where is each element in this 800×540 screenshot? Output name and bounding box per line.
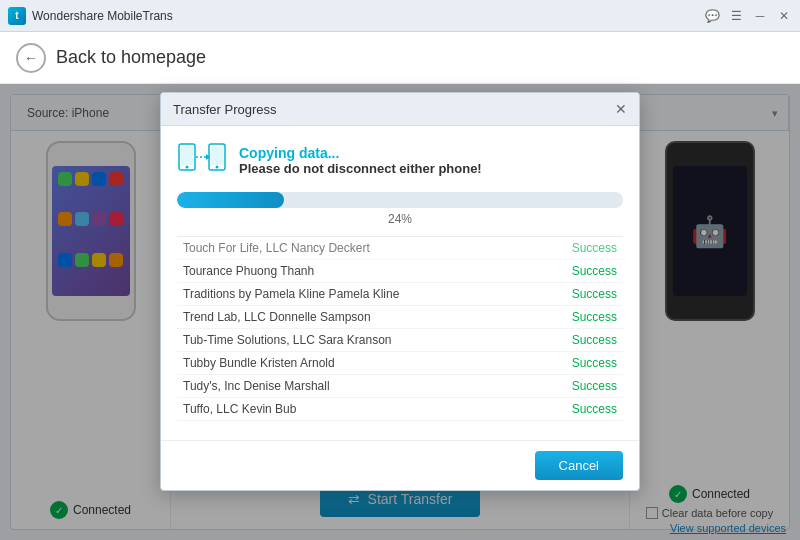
contact-name: Tudy's, Inc Denise Marshall [183, 379, 330, 393]
list-item: Tourance Phuong ThanhSuccess [177, 260, 623, 283]
chat-icon[interactable]: 💬 [704, 8, 720, 24]
contact-name: Tubby Bundle Kristen Arnold [183, 356, 335, 370]
svg-point-7 [216, 166, 219, 169]
list-item: Touch For Life, LLC Nancy DeckertSuccess [177, 237, 623, 260]
status-badge: Success [572, 287, 617, 301]
titlebar-left: t Wondershare MobileTrans [8, 7, 173, 25]
copying-header: Copying data... Please do not disconnect… [177, 140, 623, 180]
status-badge: Success [572, 241, 617, 255]
app-title: Wondershare MobileTrans [32, 9, 173, 23]
close-icon[interactable]: ✕ [776, 8, 792, 24]
modal-titlebar: Transfer Progress ✕ [161, 93, 639, 126]
status-badge: Success [572, 356, 617, 370]
data-list[interactable]: Touch For Life, LLC Nancy DeckertSuccess… [177, 236, 623, 426]
progress-bar [177, 192, 623, 208]
list-item: Tudy's, Inc Denise MarshallSuccess [177, 375, 623, 398]
minimize-icon[interactable]: ─ [752, 8, 768, 24]
svg-point-2 [186, 166, 189, 169]
cancel-button[interactable]: Cancel [535, 451, 623, 480]
copy-phones-icon [177, 140, 227, 180]
status-badge: Success [572, 333, 617, 347]
list-item: Tubby Bundle Kristen ArnoldSuccess [177, 352, 623, 375]
status-badge: Success [572, 310, 617, 324]
progress-bar-fill [177, 192, 284, 208]
progress-percent: 24% [177, 212, 623, 226]
status-badge: Success [572, 402, 617, 416]
copying-text: Copying data... Please do not disconnect… [239, 145, 482, 176]
main-area: Source: iPhone te Edge ▾ [0, 84, 800, 540]
svg-rect-6 [211, 147, 223, 165]
modal-title: Transfer Progress [173, 102, 277, 117]
contact-name: Touch For Life, LLC Nancy Deckert [183, 241, 370, 255]
contact-name: Tuffo, LLC Kevin Bub [183, 402, 296, 416]
contact-name: Tourance Phuong Thanh [183, 264, 314, 278]
back-label: Back to homepage [56, 47, 206, 68]
copying-title: Copying data... [239, 145, 482, 161]
status-badge: Success [572, 264, 617, 278]
list-item: Tuffo, LLC Kevin BubSuccess [177, 398, 623, 421]
status-badge: Success [572, 379, 617, 393]
list-item: Tub-Time Solutions, LLC Sara KransonSucc… [177, 329, 623, 352]
modal-close-icon[interactable]: ✕ [615, 101, 627, 117]
contact-name: Twelve Timbers Sheralyn Bagley [183, 425, 357, 426]
titlebar: t Wondershare MobileTrans 💬 ☰ ─ ✕ [0, 0, 800, 32]
copying-subtitle: Please do not disconnect either phone! [239, 161, 482, 176]
list-item: Traditions by Pamela Kline Pamela KlineS… [177, 283, 623, 306]
contact-name: Traditions by Pamela Kline Pamela Kline [183, 287, 399, 301]
back-button[interactable]: ← Back to homepage [16, 43, 206, 73]
svg-rect-1 [181, 147, 193, 165]
transfer-progress-modal: Transfer Progress ✕ [160, 92, 640, 491]
contact-name: Tub-Time Solutions, LLC Sara Kranson [183, 333, 392, 347]
modal-body: Copying data... Please do not disconnect… [161, 126, 639, 440]
header: ← Back to homepage [0, 32, 800, 84]
modal-footer: Cancel [161, 440, 639, 490]
app-icon: t [8, 7, 26, 25]
modal-overlay: Transfer Progress ✕ [0, 84, 800, 540]
back-arrow-icon: ← [16, 43, 46, 73]
menu-icon[interactable]: ☰ [728, 8, 744, 24]
titlebar-controls[interactable]: 💬 ☰ ─ ✕ [704, 8, 792, 24]
list-item: Trend Lab, LLC Donnelle SampsonSuccess [177, 306, 623, 329]
status-badge: Success [572, 425, 617, 426]
contact-name: Trend Lab, LLC Donnelle Sampson [183, 310, 371, 324]
list-item: Twelve Timbers Sheralyn BagleySuccess [177, 421, 623, 426]
